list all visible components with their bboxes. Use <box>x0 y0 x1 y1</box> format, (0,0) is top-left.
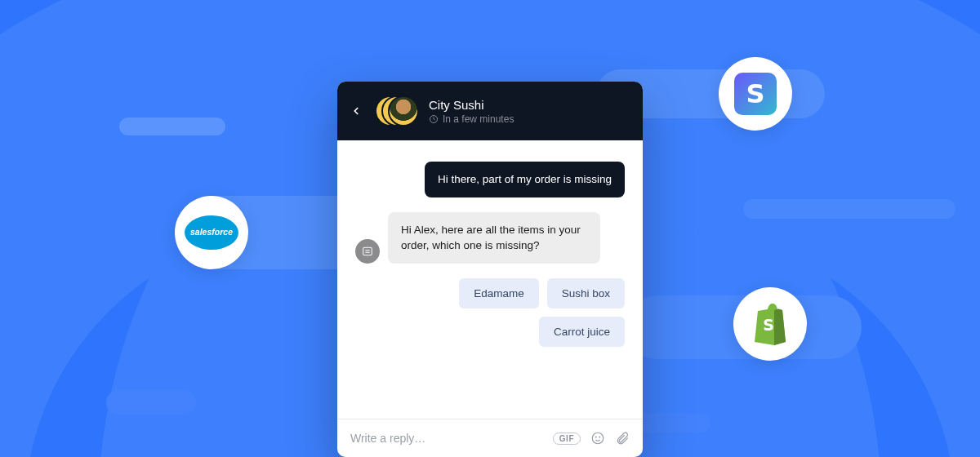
quick-reply-chip[interactable]: Carrot juice <box>539 317 625 347</box>
incoming-message: Hi Alex, here are all the items in your … <box>388 212 600 264</box>
svg-point-9 <box>599 437 600 437</box>
avatar <box>388 95 419 126</box>
chat-header: City Sushi In a few minutes <box>337 82 643 140</box>
svg-text:salesforce: salesforce <box>190 227 233 237</box>
integration-salesforce: salesforce <box>175 196 248 269</box>
integration-stripe: S <box>719 57 792 131</box>
svg-text:S: S <box>763 316 774 334</box>
bg-pill <box>119 118 225 135</box>
quick-replies: Edamame Sushi box Carrot juice <box>355 278 625 347</box>
gif-button[interactable]: GIF <box>553 433 581 445</box>
chevron-left-icon <box>350 105 362 117</box>
chat-title: City Sushi <box>429 98 514 112</box>
svg-point-8 <box>595 437 596 437</box>
paperclip-icon <box>615 431 630 446</box>
salesforce-icon: salesforce <box>183 213 240 252</box>
svg-point-7 <box>592 433 604 444</box>
composer: GIF <box>337 419 643 457</box>
quick-reply-chip[interactable]: Edamame <box>459 278 539 308</box>
bot-avatar <box>355 239 380 264</box>
stripe-icon: S <box>734 73 777 115</box>
chat-widget: City Sushi In a few minutes Hi there, pa… <box>337 82 643 457</box>
back-button[interactable] <box>349 104 363 118</box>
chat-subtitle-row: In a few minutes <box>429 113 514 125</box>
bg-pill <box>106 390 196 415</box>
emoji-button[interactable] <box>590 431 605 446</box>
bg-pill <box>743 199 956 219</box>
integration-shopify: S <box>733 287 807 361</box>
stripe-icon-letter: S <box>746 78 764 109</box>
quick-reply-chip[interactable]: Sushi box <box>547 278 625 308</box>
chat-body: Hi there, part of my order is missing Hi… <box>337 140 643 419</box>
message-row: Hi Alex, here are all the items in your … <box>355 212 625 264</box>
clock-icon <box>429 114 439 124</box>
outgoing-message: Hi there, part of my order is missing <box>425 162 625 197</box>
message-row: Hi there, part of my order is missing <box>355 162 625 197</box>
attach-button[interactable] <box>615 431 630 446</box>
shopify-icon: S <box>750 301 791 347</box>
svg-rect-4 <box>363 247 372 255</box>
bot-icon <box>361 245 374 258</box>
emoji-icon <box>590 431 605 446</box>
chat-subtitle: In a few minutes <box>443 113 514 125</box>
avatar-stack <box>375 95 417 127</box>
reply-input[interactable] <box>350 432 543 445</box>
